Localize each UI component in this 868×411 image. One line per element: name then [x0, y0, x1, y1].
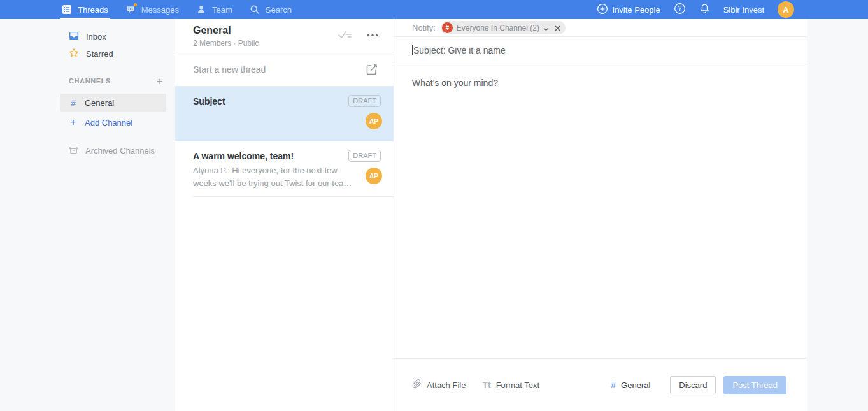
body-placeholder: What's on your mind? [412, 78, 498, 88]
composer-toolbar: Attach File Tt Format Text # General Dis… [394, 358, 807, 411]
add-channel-label: Add Channel [85, 118, 132, 127]
format-text-label: Format Text [496, 380, 539, 390]
remove-recipients-icon[interactable] [555, 22, 560, 34]
thread-preview: Alyona P.: Hi everyone, for the next few… [193, 164, 357, 190]
paperclip-icon [412, 379, 422, 391]
thread-item-welcome[interactable]: A warm welcome, team! Alyona P.: Hi ever… [175, 141, 394, 196]
help-button[interactable]: ? [674, 3, 686, 17]
notify-label: Notify: [412, 23, 436, 32]
tab-messages-label: Messages [141, 5, 179, 15]
channel-hash-badge-icon: # [442, 22, 453, 33]
sidebar-item-starred[interactable]: Starred [60, 45, 166, 62]
archive-box-icon [69, 145, 78, 157]
add-channel-button[interactable]: + Add Channel [60, 113, 166, 131]
sidebar-item-inbox[interactable]: Inbox [60, 28, 166, 45]
tab-search-label: Search [266, 5, 292, 15]
draft-badge: DRAFT [348, 150, 381, 162]
add-channel-plus-icon[interactable]: + [157, 76, 163, 87]
channel-general-label: General [85, 98, 114, 108]
inbox-label: Inbox [86, 32, 106, 41]
format-text-button[interactable]: Tt Format Text [482, 380, 539, 390]
new-thread-placeholder: Start a new thread [193, 64, 366, 75]
hash-icon: # [611, 380, 616, 390]
thread-item-subject[interactable]: Subject DRAFT AP [175, 87, 394, 141]
composer-toolbar-right: # General Discard Post Thread [611, 376, 786, 394]
user-avatar[interactable]: A [778, 1, 794, 18]
thread-list-divider [193, 196, 394, 197]
attach-file-button[interactable]: Attach File [412, 379, 466, 391]
svg-text:?: ? [678, 5, 681, 12]
subject-placeholder: Subject: Give it a name [413, 45, 506, 55]
notify-row: Notify: # Everyone In Channel (2) [394, 19, 807, 37]
text-cursor [412, 45, 413, 55]
tab-threads-label: Threads [78, 5, 108, 15]
twist-app-window: Threads Messages Team Search [0, 0, 868, 411]
tab-team-label: Team [212, 5, 232, 15]
plus-circle-icon [597, 3, 608, 17]
post-thread-button[interactable]: Post Thread [723, 376, 786, 394]
inbox-icon [69, 31, 79, 43]
starred-label: Starred [86, 49, 113, 59]
hash-icon: # [69, 98, 78, 108]
messages-unread-dot [133, 3, 138, 7]
threads-icon [62, 4, 72, 15]
notifications-button[interactable] [699, 3, 710, 16]
channel-more-icon[interactable] [367, 34, 378, 37]
thread-body-input[interactable]: What's on your mind? [394, 64, 807, 358]
messages-icon [125, 4, 136, 15]
sidebar-inner: Inbox Starred CHANNELS + # General [60, 28, 175, 159]
compose-icon [366, 63, 378, 76]
notify-recipients-chip[interactable]: # Everyone In Channel (2) [441, 21, 566, 34]
star-icon [69, 48, 79, 60]
channel-meta[interactable]: 2 Members · Public [193, 39, 381, 48]
invite-people-label: Invite People [613, 5, 660, 15]
navbar-right: Invite People ? Sibir Invest A [597, 1, 794, 18]
subject-input[interactable]: Subject: Give it a name [394, 37, 807, 64]
start-new-thread-field[interactable]: Start a new thread [175, 52, 394, 87]
target-channel-label: General [621, 380, 650, 390]
plus-icon: + [69, 117, 78, 127]
thread-author-avatar: AP [366, 168, 382, 184]
discard-button[interactable]: Discard [670, 376, 716, 394]
right-gutter [807, 19, 868, 411]
channel-sidebar: Inbox Starred CHANNELS + # General [0, 19, 175, 411]
team-icon [196, 4, 206, 15]
attach-file-label: Attach File [427, 380, 466, 390]
mark-all-read-icon[interactable] [338, 30, 353, 40]
sidebar-channel-general[interactable]: # General [60, 94, 166, 112]
channels-section-header: CHANNELS + [60, 73, 166, 89]
draft-badge: DRAFT [348, 95, 381, 107]
thread-author-avatar: AP [366, 113, 382, 129]
tab-team[interactable]: Team [196, 0, 232, 19]
question-circle-icon: ? [674, 3, 686, 17]
tab-threads[interactable]: Threads [62, 0, 108, 19]
bell-icon [699, 3, 710, 16]
top-navbar: Threads Messages Team Search [0, 0, 868, 19]
notify-chip-label: Everyone In Channel (2) [457, 24, 539, 32]
format-text-icon: Tt [482, 380, 490, 390]
search-icon [250, 4, 260, 15]
thread-list-panel: General 2 Members · Public Start a new t… [175, 19, 394, 411]
channels-header-label: CHANNELS [69, 77, 111, 85]
channel-header-actions [338, 30, 378, 40]
archived-channels-label: Archived Channels [85, 146, 155, 155]
tab-messages[interactable]: Messages [125, 0, 179, 19]
chevron-down-icon[interactable] [543, 22, 549, 34]
target-channel-selector[interactable]: # General [611, 380, 650, 390]
invite-people-button[interactable]: Invite People [597, 3, 660, 17]
channel-header: General 2 Members · Public [175, 19, 394, 52]
tab-search[interactable]: Search [250, 0, 292, 19]
navbar-tabs: Threads Messages Team Search [62, 0, 309, 19]
archived-channels-button[interactable]: Archived Channels [60, 142, 166, 159]
workspace-name[interactable]: Sibir Invest [723, 5, 764, 15]
main-area: Inbox Starred CHANNELS + # General [0, 19, 868, 411]
new-thread-composer: Notify: # Everyone In Channel (2) Subjec… [394, 19, 807, 411]
